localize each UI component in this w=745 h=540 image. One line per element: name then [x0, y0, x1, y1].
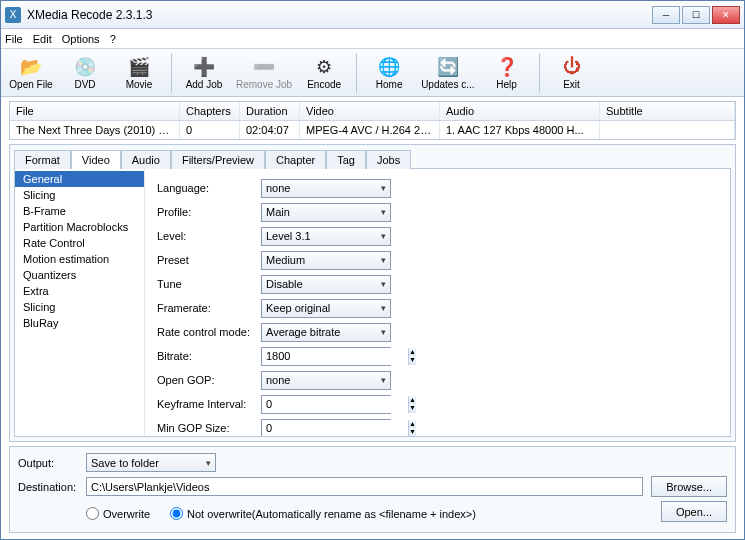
toolbar-label: Open File [9, 79, 52, 90]
home-button[interactable]: 🌐Home [363, 51, 415, 95]
browse-button[interactable]: Browse... [651, 476, 727, 497]
menu-q[interactable]: ? [110, 33, 116, 45]
tab-jobs[interactable]: Jobs [366, 150, 411, 169]
preset-dropdown[interactable]: Medium [261, 251, 391, 270]
cell-subtitle [600, 121, 735, 139]
side-item-b-frame[interactable]: B-Frame [15, 203, 144, 219]
movie-button[interactable]: 🎬Movie [113, 51, 165, 95]
tab-video[interactable]: Video [71, 150, 121, 169]
not-overwrite-radio[interactable] [170, 507, 183, 520]
col-subtitle[interactable]: Subtitle [600, 102, 735, 120]
spin-up[interactable]: ▲ [409, 420, 416, 429]
help-button[interactable]: ❓Help [481, 51, 533, 95]
app-icon: X [5, 7, 21, 23]
level-dropdown[interactable]: Level 3.1 [261, 227, 391, 246]
minimize-button[interactable]: ─ [652, 6, 680, 24]
spin-down[interactable]: ▼ [409, 428, 416, 436]
side-item-bluray[interactable]: BluRay [15, 315, 144, 331]
tune-dropdown[interactable]: Disable [261, 275, 391, 294]
keyframe-input[interactable] [262, 396, 408, 413]
tune-label: Tune [157, 278, 261, 290]
toolbar-label: DVD [74, 79, 95, 90]
cell-chapters: 0 [180, 121, 240, 139]
tab-strip: FormatVideoAudioFilters/PreviewChapterTa… [14, 149, 731, 168]
output-mode-dropdown[interactable]: Save to folder [86, 453, 216, 472]
toolbar-label: Add Job [186, 79, 223, 90]
remove-job-button: ➖Remove Job [232, 51, 296, 95]
side-item-partition-macroblocks[interactable]: Partition Macroblocks [15, 219, 144, 235]
file-list-header: File Chapters Duration Video Audio Subti… [10, 102, 735, 121]
toolbar-label: Help [496, 79, 517, 90]
output-panel: Output: Save to folder Destination: Brow… [9, 446, 736, 533]
col-chapters[interactable]: Chapters [180, 102, 240, 120]
remove-job-icon: ➖ [253, 56, 275, 78]
tab-format[interactable]: Format [14, 150, 71, 169]
exit-button[interactable]: ⏻Exit [546, 51, 598, 95]
tab-audio[interactable]: Audio [121, 150, 171, 169]
profile-dropdown[interactable]: Main [261, 203, 391, 222]
col-video[interactable]: Video [300, 102, 440, 120]
cell-video: MPEG-4 AVC / H.264 29.9... [300, 121, 440, 139]
profile-label: Profile: [157, 206, 261, 218]
side-item-slicing[interactable]: Slicing [15, 299, 144, 315]
col-duration[interactable]: Duration [240, 102, 300, 120]
spin-up[interactable]: ▲ [409, 396, 416, 405]
updates-button[interactable]: 🔄Updates c... [417, 51, 478, 95]
spin-down[interactable]: ▼ [409, 356, 416, 365]
col-audio[interactable]: Audio [440, 102, 600, 120]
titlebar: X XMedia Recode 2.3.1.3 ─ ☐ ✕ [1, 1, 744, 29]
encode-button[interactable]: ⚙Encode [298, 51, 350, 95]
side-item-extra[interactable]: Extra [15, 283, 144, 299]
side-category-list: GeneralSlicingB-FramePartition Macrobloc… [15, 169, 145, 436]
mingop-spinner[interactable]: ▲▼ [261, 419, 391, 437]
destination-input[interactable] [86, 477, 643, 496]
tab-tag[interactable]: Tag [326, 150, 366, 169]
overwrite-radio[interactable] [86, 507, 99, 520]
spin-down[interactable]: ▼ [409, 404, 416, 413]
close-button[interactable]: ✕ [712, 6, 740, 24]
language-dropdown[interactable]: none [261, 179, 391, 198]
menu-edit[interactable]: Edit [33, 33, 52, 45]
ratecontrol-dropdown[interactable]: Average bitrate [261, 323, 391, 342]
side-item-rate-control[interactable]: Rate Control [15, 235, 144, 251]
open-button[interactable]: Open... [661, 501, 727, 522]
preset-label: Preset [157, 254, 261, 266]
keyframe-label: Keyframe Interval: [157, 398, 261, 410]
open-file-button[interactable]: 📂Open File [5, 51, 57, 95]
open-file-icon: 📂 [20, 56, 42, 78]
side-item-slicing[interactable]: Slicing [15, 187, 144, 203]
toolbar-separator [356, 53, 357, 93]
encode-icon: ⚙ [313, 56, 335, 78]
side-item-motion-estimation[interactable]: Motion estimation [15, 251, 144, 267]
spin-up[interactable]: ▲ [409, 348, 416, 357]
tab-chapter[interactable]: Chapter [265, 150, 326, 169]
framerate-dropdown[interactable]: Keep original [261, 299, 391, 318]
tab-filters-preview[interactable]: Filters/Preview [171, 150, 265, 169]
menu-options[interactable]: Options [62, 33, 100, 45]
home-icon: 🌐 [378, 56, 400, 78]
toolbar-label: Remove Job [236, 79, 292, 90]
file-row[interactable]: The Next Three Days (2010) MV4 NL ...002… [10, 121, 735, 139]
not-overwrite-label: Not overwrite(Automatically rename as <f… [187, 508, 476, 520]
cell-file: The Next Three Days (2010) MV4 NL ... [10, 121, 180, 139]
app-window: X XMedia Recode 2.3.1.3 ─ ☐ ✕ FileEditOp… [0, 0, 745, 540]
add-job-button[interactable]: ➕Add Job [178, 51, 230, 95]
menu-file[interactable]: File [5, 33, 23, 45]
col-file[interactable]: File [10, 102, 180, 120]
bitrate-spinner[interactable]: ▲▼ [261, 347, 391, 366]
bitrate-input[interactable] [262, 348, 408, 365]
maximize-button[interactable]: ☐ [682, 6, 710, 24]
toolbar-separator [171, 53, 172, 93]
opengop-dropdown[interactable]: none [261, 371, 391, 390]
framerate-label: Framerate: [157, 302, 261, 314]
toolbar: 📂Open File💿DVD🎬Movie➕Add Job➖Remove Job⚙… [1, 49, 744, 97]
dvd-button[interactable]: 💿DVD [59, 51, 111, 95]
window-title: XMedia Recode 2.3.1.3 [27, 8, 652, 22]
toolbar-label: Movie [126, 79, 153, 90]
side-item-quantizers[interactable]: Quantizers [15, 267, 144, 283]
add-job-icon: ➕ [193, 56, 215, 78]
settings-panel: FormatVideoAudioFilters/PreviewChapterTa… [9, 144, 736, 442]
side-item-general[interactable]: General [15, 171, 144, 187]
keyframe-spinner[interactable]: ▲▼ [261, 395, 391, 414]
mingop-input[interactable] [262, 420, 408, 437]
